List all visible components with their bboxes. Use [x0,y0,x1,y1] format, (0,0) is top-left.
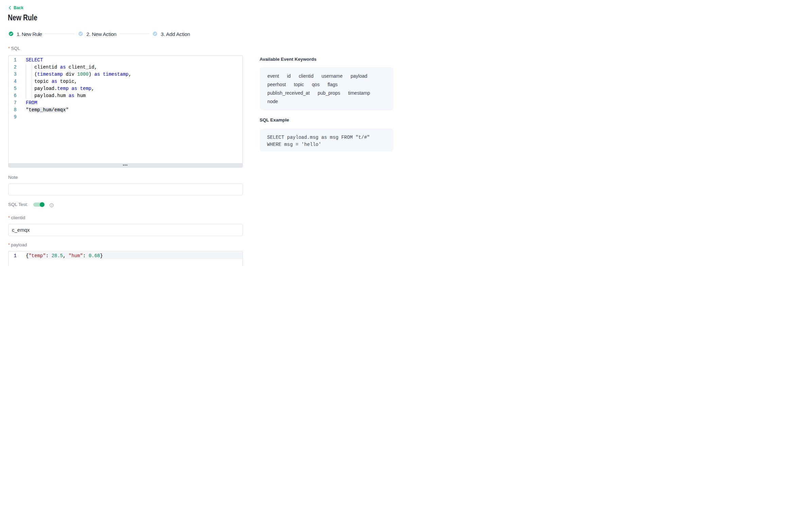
svg-text:?: ? [51,204,52,207]
